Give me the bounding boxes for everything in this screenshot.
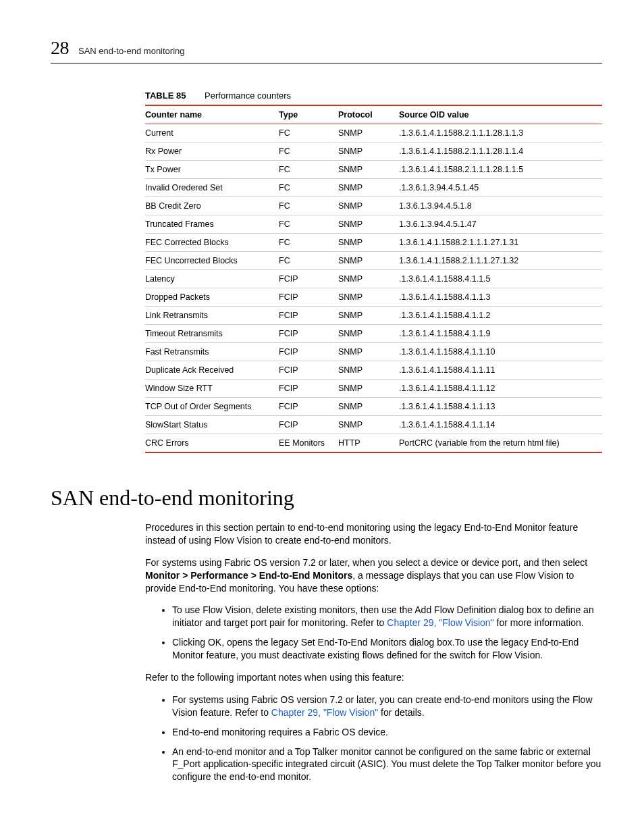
text-run: for details. [378, 707, 424, 718]
table-cell: FCIP [279, 398, 338, 416]
table-cell: .1.3.6.1.4.1.1588.2.1.1.1.28.1.1.5 [399, 161, 602, 179]
list-item: An end-to-end monitor and a Top Talker m… [172, 746, 602, 784]
col-header-type: Type [279, 105, 338, 124]
table-cell: 1.3.6.1.3.94.4.5.1.47 [399, 215, 602, 234]
table-row: Fast RetransmitsFCIPSNMP.1.3.6.1.4.1.158… [145, 343, 602, 361]
table-cell: SlowStart Status [145, 416, 279, 434]
col-header-protocol: Protocol [338, 105, 399, 124]
table-cell: HTTP [338, 434, 399, 453]
cross-reference-link[interactable]: Chapter 29, "Flow Vision" [271, 707, 378, 718]
table-cell: SNMP [338, 325, 399, 343]
text-run: Clicking [172, 637, 208, 648]
table-cell: SNMP [338, 234, 399, 252]
table-cell: SNMP [338, 343, 399, 361]
list-item: Clicking OK, opens the legacy Set End-To… [172, 636, 602, 662]
table-row: Truncated FramesFCSNMP1.3.6.1.3.94.4.5.1… [145, 215, 602, 234]
table-row: Link RetransmitsFCIPSNMP.1.3.6.1.4.1.158… [145, 307, 602, 325]
table-row: TCP Out of Order SegmentsFCIPSNMP.1.3.6.… [145, 398, 602, 416]
table-cell: .1.3.6.1.4.1.1588.2.1.1.1.28.1.1.4 [399, 142, 602, 161]
table-row: Window Size RTTFCIPSNMP.1.3.6.1.4.1.1588… [145, 380, 602, 398]
table-cell: Invalid Oredered Set [145, 179, 279, 197]
bold-text: Add Flow Definition [414, 604, 496, 615]
table-cell: Duplicate Ack Received [145, 361, 279, 380]
table-cell: Rx Power [145, 142, 279, 161]
table-cell: Latency [145, 270, 279, 288]
paragraph: Refer to the following important notes w… [145, 671, 602, 684]
table-row: CRC ErrorsEE MonitorsHTTPPortCRC (variab… [145, 434, 602, 453]
table-cell: SNMP [338, 215, 399, 234]
table-header-row: Counter name Type Protocol Source OID va… [145, 105, 602, 124]
table-cell: 1.3.6.1.4.1.1588.2.1.1.1.27.1.32 [399, 252, 602, 270]
table-cell: .1.3.6.1.3.94.4.5.1.45 [399, 179, 602, 197]
table-cell: Tx Power [145, 161, 279, 179]
table-row: Rx PowerFCSNMP.1.3.6.1.4.1.1588.2.1.1.1.… [145, 142, 602, 161]
table-cell: .1.3.6.1.4.1.1588.4.1.1.13 [399, 398, 602, 416]
table-row: Dropped PacketsFCIPSNMP.1.3.6.1.4.1.1588… [145, 288, 602, 307]
table-row: BB Credit ZeroFCSNMP1.3.6.1.3.94.4.5.1.8 [145, 197, 602, 215]
table-cell: .1.3.6.1.4.1.1588.4.1.1.14 [399, 416, 602, 434]
table-cell: SNMP [338, 270, 399, 288]
table-row: Invalid Oredered SetFCSNMP.1.3.6.1.3.94.… [145, 179, 602, 197]
table-cell: Dropped Packets [145, 288, 279, 307]
table-cell: .1.3.6.1.4.1.1588.4.1.1.5 [399, 270, 602, 288]
list-item: To use Flow Vision, delete existing moni… [172, 604, 602, 629]
list-item: For systems using Fabric OS version 7.2 … [172, 694, 602, 719]
table-caption: TABLE 85 Performance counters [145, 90, 602, 101]
performance-counters-table: Counter name Type Protocol Source OID va… [145, 105, 602, 453]
table-cell: SNMP [338, 398, 399, 416]
table-cell: SNMP [338, 361, 399, 380]
col-header-source-oid: Source OID value [399, 105, 602, 124]
table-cell: FC [279, 124, 338, 142]
table-cell: TCP Out of Order Segments [145, 398, 279, 416]
table-cell: FC [279, 161, 338, 179]
list-item: End-to-end monitoring requires a Fabric … [172, 726, 602, 739]
table-cell: Fast Retransmits [145, 343, 279, 361]
cross-reference-link[interactable]: Chapter 29, "Flow Vision" [387, 617, 493, 628]
table-cell: .1.3.6.1.4.1.1588.4.1.1.10 [399, 343, 602, 361]
table-cell: FC [279, 252, 338, 270]
table-cell: FCIP [279, 307, 338, 325]
table-cell: FEC Uncorrected Blocks [145, 252, 279, 270]
table-row: FEC Uncorrected BlocksFCSNMP1.3.6.1.4.1.… [145, 252, 602, 270]
table-title: Performance counters [205, 90, 291, 101]
table-cell: FCIP [279, 380, 338, 398]
table-cell: FC [279, 142, 338, 161]
bold-text: Monitor > Performance > End-to-End Monit… [145, 570, 352, 581]
table-cell: 1.3.6.1.4.1.1588.2.1.1.1.27.1.31 [399, 234, 602, 252]
table-cell: SNMP [338, 288, 399, 307]
table-cell: SNMP [338, 124, 399, 142]
table-cell: SNMP [338, 142, 399, 161]
running-title: SAN end-to-end monitoring [78, 46, 185, 56]
table-cell: SNMP [338, 252, 399, 270]
table-row: SlowStart StatusFCIPSNMP.1.3.6.1.4.1.158… [145, 416, 602, 434]
table-cell: PortCRC (variable from the return html f… [399, 434, 602, 453]
paragraph: For systems using Fabric OS version 7.2 … [145, 556, 602, 595]
table-row: FEC Corrected BlocksFCSNMP1.3.6.1.4.1.15… [145, 234, 602, 252]
text-run: For systems using Fabric OS version 7.2 … [145, 557, 587, 568]
table-row: Tx PowerFCSNMP.1.3.6.1.4.1.1588.2.1.1.1.… [145, 161, 602, 179]
table-cell: FEC Corrected Blocks [145, 234, 279, 252]
text-run: To use Flow Vision, delete existing moni… [172, 604, 414, 615]
bullet-list: To use Flow Vision, delete existing moni… [145, 604, 602, 662]
table-cell: .1.3.6.1.4.1.1588.2.1.1.1.28.1.1.3 [399, 124, 602, 142]
running-header: 28 SAN end-to-end monitoring [51, 37, 602, 63]
bold-text: Set End-To-End Monitors [301, 637, 406, 648]
table-cell: SNMP [338, 179, 399, 197]
table-row: LatencyFCIPSNMP.1.3.6.1.4.1.1588.4.1.1.5 [145, 270, 602, 288]
table-row: CurrentFCSNMP.1.3.6.1.4.1.1588.2.1.1.1.2… [145, 124, 602, 142]
table-cell: FCIP [279, 416, 338, 434]
table-cell: CRC Errors [145, 434, 279, 453]
table-cell: FCIP [279, 343, 338, 361]
chapter-number: 28 [51, 37, 69, 59]
table-row: Timeout RetransmitsFCIPSNMP.1.3.6.1.4.1.… [145, 325, 602, 343]
bullet-list: For systems using Fabric OS version 7.2 … [145, 694, 602, 783]
table-cell: FC [279, 197, 338, 215]
table-cell: BB Credit Zero [145, 197, 279, 215]
table-cell: FC [279, 179, 338, 197]
table-cell: SNMP [338, 380, 399, 398]
table-cell: FCIP [279, 288, 338, 307]
table-cell: SNMP [338, 161, 399, 179]
table-cell: FCIP [279, 361, 338, 380]
table-cell: SNMP [338, 197, 399, 215]
table-cell: SNMP [338, 307, 399, 325]
